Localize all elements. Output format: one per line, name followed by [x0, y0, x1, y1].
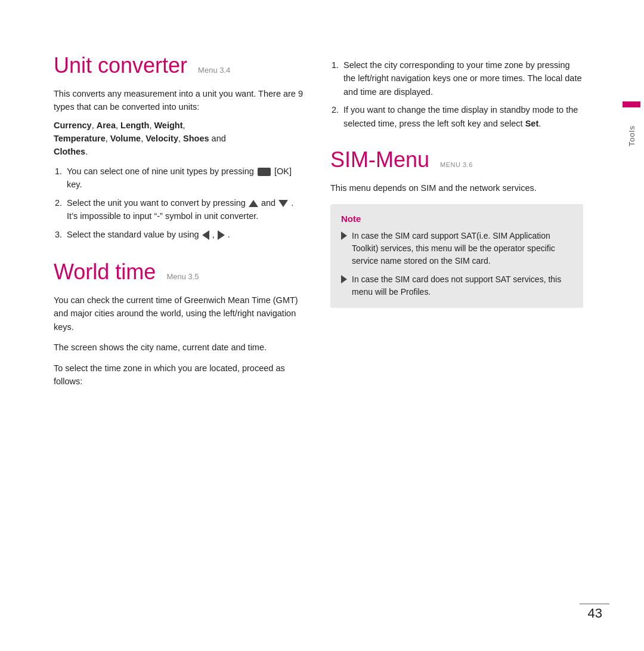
sim-menu-title-row: SIM-Menu MENU 3.6	[330, 148, 583, 175]
note-item-1-text: In case the SIM card support SAT(i.e. SI…	[352, 230, 572, 267]
note-item-2-text: In case the SIM card does not support SA…	[352, 273, 572, 298]
page-line	[580, 603, 609, 604]
step3-comma: ,	[212, 230, 217, 239]
step3-text-before: Select the standard value by using	[67, 230, 202, 239]
world-time-menu: Menu 3.5	[166, 272, 199, 281]
unit-converter-body1: This converts any measurement into a uni…	[54, 87, 306, 114]
note-item-2: In case the SIM card does not support SA…	[341, 273, 572, 298]
sim-menu-section: SIM-Menu MENU 3.6 This menu depends on S…	[330, 148, 583, 308]
unit-converter-menu: Menu 3.4	[198, 66, 230, 75]
note-bullet-2	[341, 275, 347, 283]
left-arrow-icon	[202, 230, 209, 240]
left-column: Unit converter Menu 3.4 This converts an…	[54, 54, 306, 615]
right-arrow-icon	[218, 230, 225, 240]
world-time-body1: You can check the current time of Greenw…	[54, 294, 306, 334]
note-item-1: In case the SIM card support SAT(i.e. SI…	[341, 230, 572, 267]
unit-converter-title-row: Unit converter Menu 3.4	[54, 54, 306, 81]
up-arrow-icon	[249, 200, 258, 207]
note-box: Note In case the SIM card support SAT(i.…	[330, 204, 583, 308]
sim-menu-menu: MENU 3.6	[440, 161, 473, 168]
weight-label: Weight	[154, 121, 182, 130]
unit-converter-step2: Select the unit you want to convert by p…	[64, 196, 306, 223]
step2-text-before: Select the unit you want to convert by p…	[67, 198, 248, 208]
unit-converter-step3: Select the standard value by using , .	[64, 228, 306, 241]
world-time-body2: The screen shows the city name, current …	[54, 341, 306, 354]
unit-converter-bold-list: Currency, Area, Length, Weight, Temperat…	[54, 119, 306, 159]
note-bullet-1	[341, 232, 347, 240]
world-time-body3: To select the time zone in which you are…	[54, 362, 306, 388]
sidebar-label: Tools	[627, 125, 636, 146]
shoes-label: Shoes	[183, 134, 209, 143]
page-number: 43	[588, 606, 602, 621]
world-time-section: World time Menu 3.5 You can check the cu…	[54, 260, 306, 388]
volume-label: Volume	[110, 134, 141, 143]
main-content: Unit converter Menu 3.4 This converts an…	[0, 0, 619, 651]
unit-converter-title: Unit converter	[54, 54, 187, 78]
temperature-label: Temperature	[54, 134, 106, 143]
set-label: Set	[525, 119, 539, 128]
length-label: Length	[120, 121, 149, 130]
world-time-title-row: World time Menu 3.5	[54, 260, 306, 288]
step1-text-before: You can select one of nine unit types by…	[67, 166, 256, 176]
right-column: Select the city corresponding to your ti…	[330, 54, 583, 615]
sim-menu-body: This menu depends on SIM and the network…	[330, 181, 583, 195]
unit-converter-step1: You can select one of nine unit types by…	[64, 165, 306, 192]
unit-converter-section: Unit converter Menu 3.4 This converts an…	[54, 54, 306, 241]
world-time-steps: Select the city corresponding to your ti…	[330, 58, 583, 130]
sidebar-bar	[623, 101, 640, 107]
unit-converter-list: You can select one of nine unit types by…	[54, 165, 306, 241]
area-label: Area	[97, 121, 116, 130]
velocity-label: Velocity	[145, 134, 178, 143]
currency-label: Currency	[54, 121, 92, 130]
step3-period: .	[228, 230, 230, 239]
step2-and: and	[261, 198, 278, 208]
world-time-step2: If you want to change the time display i…	[341, 103, 583, 130]
sim-menu-title: SIM-Menu	[330, 148, 429, 172]
ok-button-icon	[258, 168, 271, 176]
world-time-step1: Select the city corresponding to your ti…	[341, 58, 583, 98]
down-arrow-icon	[278, 200, 288, 207]
sidebar: Tools	[619, 0, 644, 651]
note-title: Note	[341, 214, 572, 224]
page-container: Unit converter Menu 3.4 This converts an…	[0, 0, 644, 651]
clothes-label: Clothes	[54, 147, 85, 156]
world-time-title: World time	[54, 260, 156, 284]
